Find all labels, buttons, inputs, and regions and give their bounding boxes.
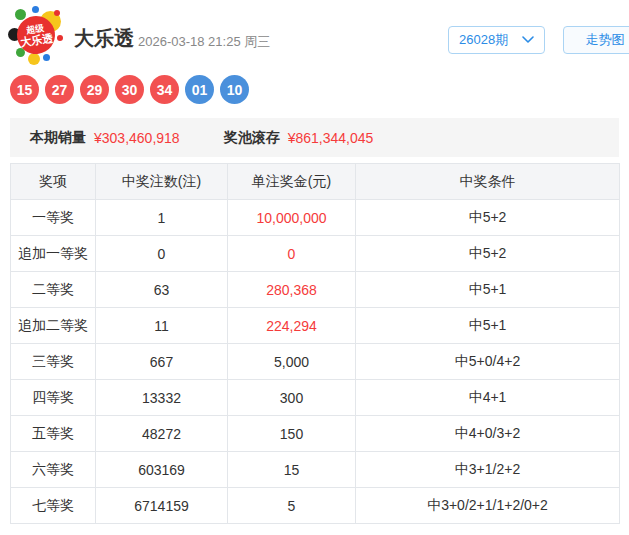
prize-amount-cell: 150 — [228, 416, 356, 452]
table-row: 二等奖63280,368中5+1 — [11, 272, 620, 308]
prize-tier-cell: 三等奖 — [11, 344, 96, 380]
prize-table-body: 一等奖110,000,000中5+2追加一等奖00中5+2二等奖63280,36… — [11, 200, 620, 524]
sales-label: 本期销量 — [30, 129, 86, 147]
logo-text-bottom: 大乐透 — [20, 32, 54, 48]
prize-amount-cell: 224,294 — [228, 308, 356, 344]
win-condition-cell: 中5+2 — [356, 236, 620, 272]
table-row: 四等奖13332300中4+1 — [11, 380, 620, 416]
prize-amount-cell: 280,368 — [228, 272, 356, 308]
win-condition-cell: 中5+1 — [356, 308, 620, 344]
column-header-winner-count: 中奖注数(注) — [96, 164, 228, 200]
prize-amount-cell: 5,000 — [228, 344, 356, 380]
pool-value: ¥861,344,045 — [288, 130, 374, 146]
win-condition-cell: 中3+1/2+2 — [356, 452, 620, 488]
prize-amount-cell: 300 — [228, 380, 356, 416]
winner-count-cell: 0 — [96, 236, 228, 272]
column-header-prize-amount: 单注奖金(元) — [228, 164, 356, 200]
lottery-ball-front: 27 — [45, 75, 74, 104]
prize-tier-cell: 追加二等奖 — [11, 308, 96, 344]
winner-count-cell: 1 — [96, 200, 228, 236]
prize-tier-cell: 六等奖 — [11, 452, 96, 488]
winner-count-cell: 63 — [96, 272, 228, 308]
lottery-ball-front: 15 — [10, 75, 39, 104]
page-title: 大乐透 — [74, 27, 134, 49]
table-row: 六等奖60316915中3+1/2+2 — [11, 452, 620, 488]
trend-chart-button[interactable]: 走势图 — [563, 26, 629, 54]
sales-value: ¥303,460,918 — [94, 130, 180, 146]
prize-amount-cell: 15 — [228, 452, 356, 488]
pool-label: 奖池滚存 — [224, 129, 280, 147]
issue-selector[interactable]: 26028期 — [448, 26, 545, 54]
prize-table: 奖项 中奖注数(注) 单注奖金(元) 中奖条件 一等奖110,000,000中5… — [10, 163, 620, 524]
prize-amount-cell: 0 — [228, 236, 356, 272]
win-condition-cell: 中5+2 — [356, 200, 620, 236]
table-row: 五等奖48272150中4+0/3+2 — [11, 416, 620, 452]
issue-selector-value: 26028期 — [459, 31, 508, 49]
prize-tier-cell: 追加一等奖 — [11, 236, 96, 272]
drawn-numbers: 15272930340110 — [10, 75, 249, 104]
lottery-ball-back: 01 — [185, 75, 214, 104]
lottery-ball-front: 29 — [80, 75, 109, 104]
table-row: 三等奖6675,000中5+0/4+2 — [11, 344, 620, 380]
prize-tier-cell: 二等奖 — [11, 272, 96, 308]
logo-dot — [57, 35, 63, 41]
prize-tier-cell: 七等奖 — [11, 488, 96, 524]
logo-dot — [54, 10, 60, 16]
lottery-ball-front: 34 — [150, 75, 179, 104]
prize-tier-cell: 四等奖 — [11, 380, 96, 416]
table-header-row: 奖项 中奖注数(注) 单注奖金(元) 中奖条件 — [11, 164, 620, 200]
logo-dot — [43, 54, 50, 61]
winner-count-cell: 48272 — [96, 416, 228, 452]
winner-count-cell: 13332 — [96, 380, 228, 416]
draw-datetime: 2026-03-18 21:25 周三 — [138, 33, 270, 51]
winner-count-cell: 11 — [96, 308, 228, 344]
column-header-prize-tier: 奖项 — [11, 164, 96, 200]
sales-bar: 本期销量 ¥303,460,918 奖池滚存 ¥861,344,045 — [10, 118, 619, 157]
logo-dot — [28, 53, 40, 65]
lottery-ball-front: 30 — [115, 75, 144, 104]
win-condition-cell: 中4+0/3+2 — [356, 416, 620, 452]
lottery-ball-back: 10 — [220, 75, 249, 104]
win-condition-cell: 中5+0/4+2 — [356, 344, 620, 380]
logo-dot — [32, 6, 39, 13]
winner-count-cell: 6714159 — [96, 488, 228, 524]
winner-count-cell: 603169 — [96, 452, 228, 488]
super-lotto-logo: 超级 大乐透 — [8, 6, 70, 66]
win-condition-cell: 中4+1 — [356, 380, 620, 416]
column-header-win-condition: 中奖条件 — [356, 164, 620, 200]
table-row: 七等奖67141595中3+0/2+1/1+2/0+2 — [11, 488, 620, 524]
chevron-down-icon — [522, 36, 534, 44]
winner-count-cell: 667 — [96, 344, 228, 380]
prize-amount-cell: 10,000,000 — [228, 200, 356, 236]
prize-tier-cell: 一等奖 — [11, 200, 96, 236]
win-condition-cell: 中3+0/2+1/1+2/0+2 — [356, 488, 620, 524]
table-row: 一等奖110,000,000中5+2 — [11, 200, 620, 236]
prize-tier-cell: 五等奖 — [11, 416, 96, 452]
win-condition-cell: 中5+1 — [356, 272, 620, 308]
table-row: 追加二等奖11224,294中5+1 — [11, 308, 620, 344]
table-row: 追加一等奖00中5+2 — [11, 236, 620, 272]
prize-amount-cell: 5 — [228, 488, 356, 524]
